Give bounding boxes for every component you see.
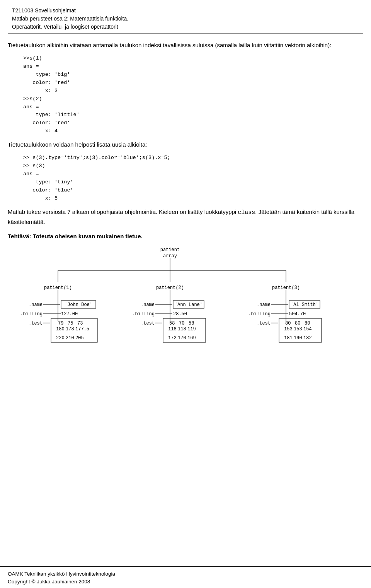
- p1-test-r3c2: 210: [66, 335, 74, 341]
- task-heading: Tehtävä: Toteuta oheisen kuvan mukainen …: [8, 233, 363, 239]
- p3-test-r1c3: 80: [305, 321, 310, 326]
- p1-test-label: .test: [29, 321, 43, 326]
- section3-code: class: [238, 209, 255, 216]
- p3-test-label: .test: [257, 321, 271, 326]
- header-box: T211003 Sovellusohjelmat Matlab perustee…: [8, 4, 363, 34]
- code-block-2: >> s(3).type='tiny';s(3).color='blue';s(…: [23, 154, 363, 203]
- p1-test-r1c1: 79: [58, 321, 63, 326]
- footer-line1: OAMK Tekniikan yksikkö Hyvinvointiteknol…: [8, 570, 363, 578]
- task-label: Tehtävä:: [8, 233, 31, 239]
- p2-billing-label: .billing: [132, 311, 155, 317]
- footer: OAMK Tekniikan yksikkö Hyvinvointiteknol…: [0, 566, 371, 588]
- footer-line2: Copyright © Jukka Jauhiainen 2008: [8, 578, 363, 586]
- intro-text: Tietuetaulukon alkioihin viitataan antam…: [8, 41, 363, 50]
- diagram-svg: patient array patient(1) patient(2) pati…: [19, 243, 352, 406]
- p1-billing-label: .billing: [20, 311, 43, 317]
- p2-test-label: .test: [141, 321, 155, 326]
- p2-test-r1c3: 58: [189, 321, 194, 326]
- p2-billing-value: 28.50: [173, 311, 187, 317]
- p2-test-r2c2: 118: [178, 326, 186, 332]
- p2-name-label: .name: [141, 302, 155, 308]
- p1-billing-value: 127.00: [61, 311, 78, 317]
- p3-test-r2c2: 153: [294, 326, 302, 332]
- p1-test-r2c2: 178: [66, 326, 74, 332]
- p2-test-r1c2: 70: [179, 321, 184, 326]
- p3-test-r1c1: 80: [285, 321, 291, 326]
- section3-text1: Matlab tukee versiosta 7 alkaen oliopohj…: [8, 209, 238, 215]
- p3-test-r3c1: 181: [284, 335, 293, 341]
- p3-test-r3c3: 182: [303, 335, 312, 341]
- label-array: array: [163, 253, 177, 259]
- label-patient-array: patient: [160, 247, 180, 253]
- p2-test-r3c3: 169: [187, 335, 196, 341]
- p3-billing-value: 504.70: [289, 311, 306, 317]
- label-patient2: patient(2): [156, 285, 184, 291]
- header-line2: Matlab perusteet osa 2: Matemaattisia fu…: [12, 15, 359, 23]
- p1-test-r3c3: 205: [75, 335, 84, 341]
- p2-name-value: 'Ann Lane': [175, 302, 203, 308]
- p2-test-r2c3: 119: [187, 326, 196, 332]
- p1-name-value: 'John Doe': [65, 302, 92, 308]
- section3-text: Matlab tukee versiosta 7 alkaen oliopohj…: [8, 207, 363, 227]
- label-patient1: patient(1): [44, 285, 72, 291]
- page-wrapper: T211003 Sovellusohjelmat Matlab perustee…: [0, 0, 371, 588]
- header-line3: Operaattorit. Vertailu- ja loogiset oper…: [12, 23, 359, 31]
- p3-test-r1c2: 80: [295, 321, 300, 326]
- p3-name-label: .name: [257, 302, 271, 308]
- p1-test-r1c2: 75: [68, 321, 73, 326]
- p1-test-r3c1: 220: [56, 335, 65, 341]
- p2-test-r2c1: 118: [168, 326, 177, 332]
- p1-test-r1c3: 73: [77, 321, 83, 326]
- p3-test-r2c3: 154: [303, 326, 312, 332]
- diagram-area: patient array patient(1) patient(2) pati…: [15, 243, 356, 406]
- p2-test-r1c1: 58: [169, 321, 175, 326]
- section2-text: Tietuetaulukkoon voidaan helposti lisätä…: [8, 140, 363, 149]
- p1-name-label: .name: [29, 302, 43, 308]
- p2-test-r3c1: 172: [168, 335, 177, 341]
- p1-test-r2c1: 180: [56, 326, 65, 332]
- p1-test-r2c3: 177.5: [75, 326, 89, 332]
- p3-billing-label: .billing: [248, 311, 271, 317]
- task-text: Toteuta oheisen kuvan mukainen tietue.: [33, 233, 143, 239]
- p3-test-r2c1: 153: [284, 326, 293, 332]
- p3-test-r3c2: 190: [294, 335, 302, 341]
- header-line1: T211003 Sovellusohjelmat: [12, 7, 359, 15]
- label-patient3: patient(3): [272, 285, 300, 291]
- p3-name-value: 'Al Smith': [291, 302, 318, 308]
- code-block-1: >>s(1) ans = type: 'big' color: 'red' x:…: [23, 55, 363, 135]
- p2-test-r3c2: 170: [178, 335, 186, 341]
